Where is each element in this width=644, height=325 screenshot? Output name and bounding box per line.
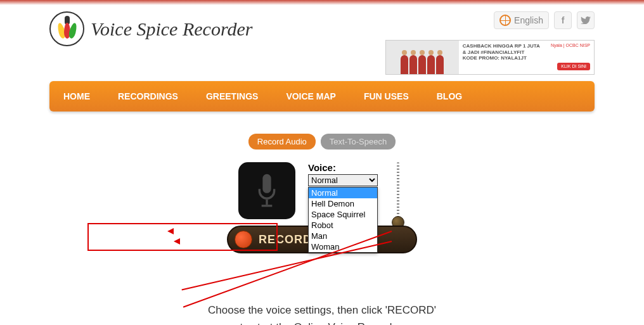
recorder-area: Voice: Normal Normal Hell Demon Space Sq… <box>49 162 595 232</box>
nav-greetings[interactable]: GREETINGS <box>192 81 272 112</box>
site-title: Voice Spice Recorder <box>91 18 252 40</box>
voice-dropdown-list: Normal Hell Demon Space Squirrel Robot M… <box>308 187 378 253</box>
nav-recordings[interactable]: RECORDINGS <box>104 81 192 112</box>
instructions-line1: Choose the voice settings, then click 'R… <box>49 302 595 319</box>
voice-option-normal[interactable]: Normal <box>309 188 377 198</box>
voice-option-woman[interactable]: Woman <box>309 241 377 252</box>
logo-icon <box>49 11 84 46</box>
record-button[interactable] <box>235 231 252 248</box>
annotation-arrowhead-2 <box>174 238 180 245</box>
instructions-text: Choose the voice settings, then click 'R… <box>49 302 595 325</box>
tab-text-to-speech[interactable]: Text-To-Speech <box>321 134 396 150</box>
globe-icon <box>499 15 511 26</box>
instructions-line2: to start the Online Voice Recorder. <box>49 319 595 325</box>
ad-brand: Nyala | OCBC NISP <box>551 43 590 48</box>
voice-option-spacesquirrel[interactable]: Space Squirrel <box>309 209 377 220</box>
volume-slider-column <box>390 162 406 232</box>
logo-area[interactable]: Voice Spice Recorder <box>49 11 252 46</box>
tab-record-audio[interactable]: Record Audio <box>248 134 316 150</box>
voice-option-helldemon[interactable]: Hell Demon <box>309 198 377 209</box>
twitter-button[interactable] <box>577 11 595 29</box>
nav-home[interactable]: HOME <box>49 81 104 112</box>
top-gradient-bar <box>0 0 644 5</box>
language-selector[interactable]: English <box>494 11 549 29</box>
facebook-button[interactable]: f <box>554 11 572 29</box>
svg-rect-1 <box>266 199 267 204</box>
voice-option-robot[interactable]: Robot <box>309 220 377 231</box>
annotation-arrowhead-1 <box>167 228 174 234</box>
voice-controls: Voice: Normal Normal Hell Demon Space Sq… <box>308 162 378 196</box>
voice-option-man[interactable]: Man <box>309 231 377 241</box>
voice-label: Voice: <box>308 162 378 173</box>
main-navigation: HOME RECORDINGS GREETINGS VOICE MAP FUN … <box>49 81 595 112</box>
language-label: English <box>514 15 543 25</box>
nav-voicemap[interactable]: VOICE MAP <box>272 81 350 112</box>
advertisement-banner[interactable]: Nyala | OCBC NISP CASHBACK HINGGA RP 1 J… <box>385 40 595 75</box>
top-right-controls: English f <box>494 11 595 29</box>
ad-line3: KODE PROMO: NYALA1JT <box>463 55 590 61</box>
nav-funuses[interactable]: FUN USES <box>350 81 423 112</box>
svg-rect-0 <box>262 174 271 193</box>
ad-cta-button[interactable]: KLIK DI SINI <box>557 63 590 70</box>
nav-blog[interactable]: BLOG <box>423 81 476 112</box>
record-button-label: RECORD <box>259 233 312 246</box>
svg-rect-2 <box>262 205 273 207</box>
ad-line2: & JADI #FINANCIALLYFIT <box>463 49 590 56</box>
mode-tabs: Record Audio Text-To-Speech <box>49 134 595 150</box>
twitter-icon <box>581 16 591 24</box>
voice-select[interactable]: Normal <box>308 174 378 186</box>
microphone-icon <box>254 174 280 208</box>
volume-slider[interactable] <box>390 162 406 232</box>
microphone-preview <box>238 162 295 219</box>
